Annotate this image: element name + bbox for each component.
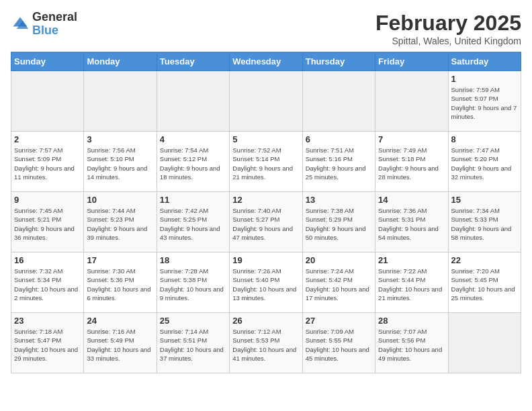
title-block: February 2025 Spittal, Wales, United Kin… bbox=[375, 11, 521, 46]
day-info: Sunrise: 7:59 AM Sunset: 5:07 PM Dayligh… bbox=[451, 85, 518, 121]
day-number: 24 bbox=[87, 316, 153, 326]
calendar-day-cell bbox=[84, 71, 157, 132]
calendar-day-cell: 24Sunrise: 7:16 AM Sunset: 5:49 PM Dayli… bbox=[84, 313, 157, 373]
day-number: 19 bbox=[232, 255, 299, 265]
logo-icon bbox=[11, 15, 30, 34]
calendar-day-cell bbox=[157, 71, 229, 132]
day-number: 17 bbox=[87, 255, 153, 265]
day-info: Sunrise: 7:07 AM Sunset: 5:56 PM Dayligh… bbox=[378, 327, 445, 363]
day-info: Sunrise: 7:18 AM Sunset: 5:47 PM Dayligh… bbox=[14, 327, 81, 363]
calendar-week-row: 1Sunrise: 7:59 AM Sunset: 5:07 PM Daylig… bbox=[11, 71, 521, 132]
day-info: Sunrise: 7:09 AM Sunset: 5:55 PM Dayligh… bbox=[306, 327, 372, 363]
calendar-day-cell: 16Sunrise: 7:32 AM Sunset: 5:34 PM Dayli… bbox=[11, 253, 84, 313]
logo-blue: Blue bbox=[32, 24, 77, 38]
calendar-week-row: 2Sunrise: 7:57 AM Sunset: 5:09 PM Daylig… bbox=[11, 132, 521, 192]
calendar-day-cell: 12Sunrise: 7:40 AM Sunset: 5:27 PM Dayli… bbox=[230, 192, 302, 253]
header-wednesday: Wednesday bbox=[230, 52, 302, 71]
day-number: 18 bbox=[160, 255, 226, 265]
calendar-day-cell bbox=[230, 71, 302, 132]
day-number: 16 bbox=[14, 255, 81, 265]
calendar-day-cell: 27Sunrise: 7:09 AM Sunset: 5:55 PM Dayli… bbox=[302, 313, 375, 373]
day-info: Sunrise: 7:32 AM Sunset: 5:34 PM Dayligh… bbox=[14, 267, 81, 302]
day-info: Sunrise: 7:36 AM Sunset: 5:31 PM Dayligh… bbox=[378, 206, 445, 242]
calendar-day-cell: 4Sunrise: 7:54 AM Sunset: 5:12 PM Daylig… bbox=[157, 132, 229, 192]
calendar-day-cell: 7Sunrise: 7:49 AM Sunset: 5:18 PM Daylig… bbox=[375, 132, 448, 192]
day-number: 7 bbox=[378, 134, 445, 144]
day-info: Sunrise: 7:56 AM Sunset: 5:10 PM Dayligh… bbox=[87, 146, 153, 181]
day-number: 25 bbox=[160, 316, 226, 326]
day-info: Sunrise: 7:45 AM Sunset: 5:21 PM Dayligh… bbox=[14, 206, 81, 242]
day-info: Sunrise: 7:49 AM Sunset: 5:18 PM Dayligh… bbox=[378, 146, 445, 181]
day-number: 2 bbox=[14, 134, 81, 144]
day-number: 28 bbox=[378, 316, 445, 326]
day-number: 9 bbox=[14, 195, 81, 205]
day-info: Sunrise: 7:30 AM Sunset: 5:36 PM Dayligh… bbox=[87, 267, 153, 302]
day-info: Sunrise: 7:26 AM Sunset: 5:40 PM Dayligh… bbox=[232, 267, 299, 302]
logo-text: General Blue bbox=[32, 11, 77, 38]
day-info: Sunrise: 7:12 AM Sunset: 5:53 PM Dayligh… bbox=[232, 327, 299, 363]
logo-general: General bbox=[32, 11, 77, 24]
calendar-day-cell: 21Sunrise: 7:22 AM Sunset: 5:44 PM Dayli… bbox=[375, 253, 448, 313]
calendar-day-cell: 26Sunrise: 7:12 AM Sunset: 5:53 PM Dayli… bbox=[230, 313, 302, 373]
day-number: 4 bbox=[160, 134, 226, 144]
calendar-day-cell bbox=[448, 313, 521, 373]
day-number: 6 bbox=[306, 134, 372, 144]
weekday-row: Sunday Monday Tuesday Wednesday Thursday… bbox=[11, 52, 521, 71]
day-info: Sunrise: 7:16 AM Sunset: 5:49 PM Dayligh… bbox=[87, 327, 153, 363]
day-info: Sunrise: 7:28 AM Sunset: 5:38 PM Dayligh… bbox=[160, 267, 226, 302]
day-number: 8 bbox=[451, 134, 518, 144]
day-info: Sunrise: 7:54 AM Sunset: 5:12 PM Dayligh… bbox=[160, 146, 226, 181]
day-number: 20 bbox=[306, 255, 372, 265]
calendar-day-cell: 8Sunrise: 7:47 AM Sunset: 5:20 PM Daylig… bbox=[448, 132, 521, 192]
header-saturday: Saturday bbox=[448, 52, 521, 71]
day-number: 3 bbox=[87, 134, 153, 144]
calendar-day-cell: 3Sunrise: 7:56 AM Sunset: 5:10 PM Daylig… bbox=[84, 132, 157, 192]
day-number: 5 bbox=[232, 134, 299, 144]
day-number: 1 bbox=[451, 74, 518, 84]
calendar-day-cell: 17Sunrise: 7:30 AM Sunset: 5:36 PM Dayli… bbox=[84, 253, 157, 313]
calendar-title: February 2025 bbox=[375, 11, 521, 36]
calendar-week-row: 16Sunrise: 7:32 AM Sunset: 5:34 PM Dayli… bbox=[11, 253, 521, 313]
day-info: Sunrise: 7:24 AM Sunset: 5:42 PM Dayligh… bbox=[306, 267, 372, 302]
calendar-day-cell: 14Sunrise: 7:36 AM Sunset: 5:31 PM Dayli… bbox=[375, 192, 448, 253]
calendar-day-cell: 20Sunrise: 7:24 AM Sunset: 5:42 PM Dayli… bbox=[302, 253, 375, 313]
header-thursday: Thursday bbox=[302, 52, 375, 71]
calendar-day-cell: 22Sunrise: 7:20 AM Sunset: 5:45 PM Dayli… bbox=[448, 253, 521, 313]
day-info: Sunrise: 7:57 AM Sunset: 5:09 PM Dayligh… bbox=[14, 146, 81, 181]
calendar-day-cell: 6Sunrise: 7:51 AM Sunset: 5:16 PM Daylig… bbox=[302, 132, 375, 192]
calendar-day-cell: 5Sunrise: 7:52 AM Sunset: 5:14 PM Daylig… bbox=[230, 132, 302, 192]
day-number: 13 bbox=[306, 195, 372, 205]
day-info: Sunrise: 7:52 AM Sunset: 5:14 PM Dayligh… bbox=[232, 146, 299, 181]
day-info: Sunrise: 7:44 AM Sunset: 5:23 PM Dayligh… bbox=[87, 206, 153, 242]
day-info: Sunrise: 7:20 AM Sunset: 5:45 PM Dayligh… bbox=[451, 267, 518, 302]
day-number: 26 bbox=[232, 316, 299, 326]
day-info: Sunrise: 7:34 AM Sunset: 5:33 PM Dayligh… bbox=[451, 206, 518, 242]
calendar-day-cell: 10Sunrise: 7:44 AM Sunset: 5:23 PM Dayli… bbox=[84, 192, 157, 253]
day-info: Sunrise: 7:14 AM Sunset: 5:51 PM Dayligh… bbox=[160, 327, 226, 363]
day-number: 10 bbox=[87, 195, 153, 205]
day-info: Sunrise: 7:47 AM Sunset: 5:20 PM Dayligh… bbox=[451, 146, 518, 181]
day-number: 12 bbox=[232, 195, 299, 205]
day-number: 15 bbox=[451, 195, 518, 205]
calendar-day-cell: 9Sunrise: 7:45 AM Sunset: 5:21 PM Daylig… bbox=[11, 192, 84, 253]
header-sunday: Sunday bbox=[11, 52, 84, 71]
calendar-day-cell: 13Sunrise: 7:38 AM Sunset: 5:29 PM Dayli… bbox=[302, 192, 375, 253]
calendar-subtitle: Spittal, Wales, United Kingdom bbox=[375, 36, 521, 46]
header-monday: Monday bbox=[84, 52, 157, 71]
day-info: Sunrise: 7:38 AM Sunset: 5:29 PM Dayligh… bbox=[306, 206, 372, 242]
calendar-week-row: 9Sunrise: 7:45 AM Sunset: 5:21 PM Daylig… bbox=[11, 192, 521, 253]
calendar-body: 1Sunrise: 7:59 AM Sunset: 5:07 PM Daylig… bbox=[11, 71, 521, 373]
header-friday: Friday bbox=[375, 52, 448, 71]
calendar-day-cell: 11Sunrise: 7:42 AM Sunset: 5:25 PM Dayli… bbox=[157, 192, 229, 253]
day-info: Sunrise: 7:22 AM Sunset: 5:44 PM Dayligh… bbox=[378, 267, 445, 302]
day-number: 11 bbox=[160, 195, 226, 205]
day-info: Sunrise: 7:51 AM Sunset: 5:16 PM Dayligh… bbox=[306, 146, 372, 181]
calendar-week-row: 23Sunrise: 7:18 AM Sunset: 5:47 PM Dayli… bbox=[11, 313, 521, 373]
day-info: Sunrise: 7:42 AM Sunset: 5:25 PM Dayligh… bbox=[160, 206, 226, 242]
calendar-day-cell bbox=[11, 71, 84, 132]
page-header: General Blue February 2025 Spittal, Wale… bbox=[11, 11, 521, 46]
calendar-table: Sunday Monday Tuesday Wednesday Thursday… bbox=[11, 52, 521, 373]
day-info: Sunrise: 7:40 AM Sunset: 5:27 PM Dayligh… bbox=[232, 206, 299, 242]
day-number: 21 bbox=[378, 255, 445, 265]
calendar-header: Sunday Monday Tuesday Wednesday Thursday… bbox=[11, 52, 521, 71]
